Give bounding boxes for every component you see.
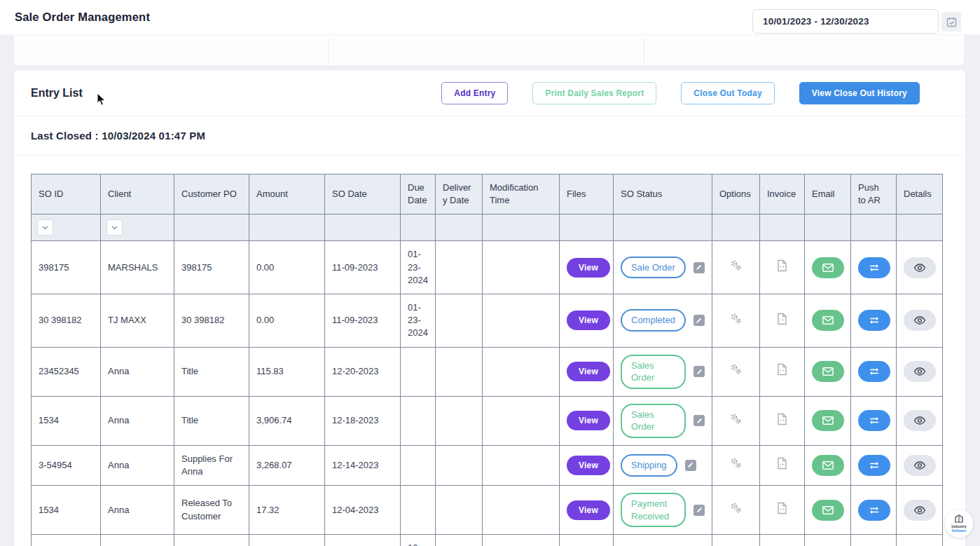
invoice-file-icon[interactable] <box>777 502 787 514</box>
invoice-file-icon[interactable] <box>777 259 787 272</box>
cell-delivery-date <box>436 486 483 535</box>
cell-details <box>897 294 943 347</box>
email-button[interactable] <box>812 410 844 431</box>
invoice-file-icon[interactable] <box>777 413 787 425</box>
details-button[interactable] <box>904 310 936 331</box>
details-button[interactable] <box>904 500 936 521</box>
industry-software-logo: Industry Software <box>945 510 973 538</box>
invoice-file-icon[interactable] <box>777 457 787 470</box>
cell-modification-time <box>483 445 560 485</box>
col-modification-time[interactable]: Modification Time <box>483 175 560 214</box>
page-title: Sale Order Management <box>15 11 150 24</box>
col-options[interactable]: Options <box>712 175 760 214</box>
col-invoice[interactable]: Invoice <box>760 175 805 214</box>
envelope-icon <box>822 461 834 470</box>
col-details[interactable]: Details <box>897 175 943 214</box>
push-to-ar-button[interactable] <box>858 455 890 476</box>
push-to-ar-button[interactable] <box>858 410 890 431</box>
cell-details <box>897 535 943 546</box>
push-to-ar-button[interactable] <box>858 257 890 278</box>
client-filter-dropdown[interactable] <box>106 219 123 236</box>
options-gears-icon[interactable] <box>729 313 743 325</box>
logo-box-icon <box>954 514 964 524</box>
cell-modification-time <box>483 486 560 535</box>
details-button[interactable] <box>904 455 936 476</box>
options-gears-icon[interactable] <box>729 363 743 376</box>
edit-status-icon[interactable] <box>693 366 705 377</box>
push-to-ar-button[interactable] <box>858 500 890 521</box>
cell-client: TJ MAXX <box>101 294 174 347</box>
cell-delivery-date <box>436 294 483 347</box>
eye-icon <box>913 461 926 470</box>
push-to-ar-button[interactable] <box>858 310 890 331</box>
envelope-icon <box>822 416 834 425</box>
email-button[interactable] <box>812 455 844 476</box>
details-button[interactable] <box>904 410 936 431</box>
cell-invoice <box>760 347 805 396</box>
cell-so-status: Sale Order <box>614 535 712 546</box>
cell-so-status: Payment Received <box>614 486 712 535</box>
options-gears-icon[interactable] <box>729 457 743 470</box>
transfer-arrows-icon <box>869 506 880 514</box>
so-status-badge: Sales Order <box>621 355 686 389</box>
details-button[interactable] <box>904 257 936 278</box>
options-gears-icon[interactable] <box>729 502 743 514</box>
push-to-ar-button[interactable] <box>858 361 890 382</box>
view-files-button[interactable]: View <box>567 362 610 381</box>
col-customer-po[interactable]: Customer PO <box>174 175 249 214</box>
col-amount[interactable]: Amount <box>249 175 325 214</box>
view-files-button[interactable]: View <box>567 310 610 330</box>
col-files[interactable]: Files <box>560 175 614 214</box>
edit-status-icon[interactable] <box>693 415 705 426</box>
options-gears-icon[interactable] <box>729 259 743 272</box>
email-button[interactable] <box>812 310 844 331</box>
view-close-out-history-button[interactable]: View Close Out History <box>799 82 920 104</box>
so-id-filter-dropdown[interactable] <box>37 219 53 236</box>
cell-invoice <box>760 535 805 546</box>
edit-status-icon[interactable] <box>693 315 705 326</box>
add-entry-button[interactable]: Add Entry <box>441 82 508 104</box>
cell-options <box>712 347 760 396</box>
invoice-file-icon[interactable] <box>777 313 787 325</box>
close-out-today-button[interactable]: Close Out Today <box>681 82 774 104</box>
cell-client: Anna <box>101 396 174 445</box>
options-gears-icon[interactable] <box>729 413 743 425</box>
details-button[interactable] <box>904 361 936 382</box>
invoice-file-icon[interactable] <box>777 363 787 376</box>
edit-status-icon[interactable] <box>693 505 705 516</box>
col-email[interactable]: Email <box>805 175 851 214</box>
col-client[interactable]: Client <box>101 175 174 214</box>
edit-status-icon[interactable] <box>685 460 696 471</box>
cell-so-date: 12-18-2023 <box>325 396 401 445</box>
cell-so-status: Sales Order <box>614 347 712 396</box>
edit-status-icon[interactable] <box>693 262 705 273</box>
view-files-button[interactable]: View <box>567 258 610 278</box>
email-button[interactable] <box>812 361 844 382</box>
col-so-status[interactable]: SO Status <box>614 175 712 214</box>
col-push-to-ar[interactable]: Push to AR <box>851 175 897 214</box>
so-status-badge: Payment Received <box>621 493 686 527</box>
cell-so-id: 398175 <box>32 241 101 294</box>
cell-files: View <box>560 396 614 445</box>
view-files-button[interactable]: View <box>567 456 610 475</box>
col-so-id[interactable]: SO ID <box>32 175 101 214</box>
view-files-button[interactable]: View <box>567 411 610 430</box>
cell-options <box>712 445 760 485</box>
cell-so-date: 12-14-2023 <box>325 445 401 485</box>
email-button[interactable] <box>812 257 844 278</box>
cell-so-status: Sale Order <box>614 241 712 294</box>
cell-amount: 0.00 <box>249 535 325 546</box>
col-due-date[interactable]: Due Date <box>401 175 436 214</box>
cell-due-date <box>401 396 436 445</box>
cell-email <box>805 347 851 396</box>
envelope-icon <box>822 264 834 272</box>
col-delivery-date[interactable]: Delivery Date <box>436 175 483 214</box>
view-files-button[interactable]: View <box>567 500 610 520</box>
calendar-button[interactable] <box>941 12 961 32</box>
print-daily-sales-report-button[interactable]: Print Daily Sales Report <box>532 82 656 104</box>
col-so-date[interactable]: SO Date <box>325 175 401 214</box>
cell-so-id: 23452345 <box>32 347 101 396</box>
email-button[interactable] <box>812 500 844 521</box>
date-range-input[interactable] <box>752 9 939 34</box>
so-status-badge: Sales Order <box>621 404 686 438</box>
